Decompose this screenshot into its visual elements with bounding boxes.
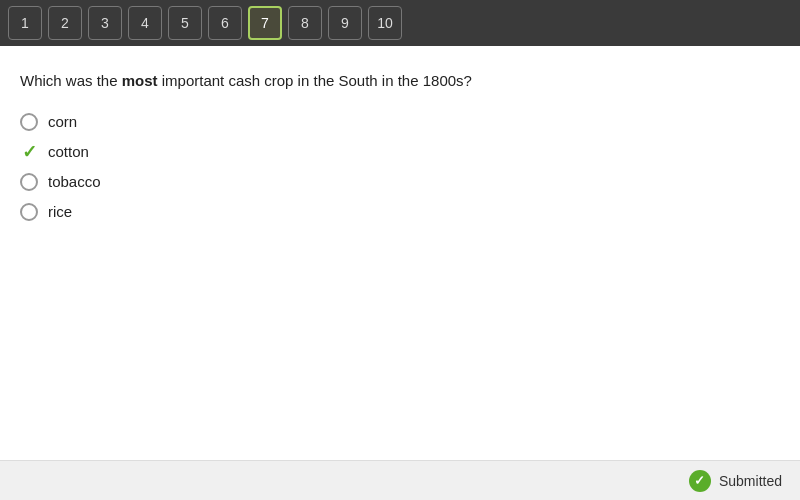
nav-button-8[interactable]: 8 [288,6,322,40]
nav-button-7[interactable]: 7 [248,6,282,40]
nav-button-10[interactable]: 10 [368,6,402,40]
question-bold-text: most [122,72,158,89]
option-label-corn: corn [48,113,77,130]
radio-circle-rice[interactable] [20,203,38,221]
nav-button-1[interactable]: 1 [8,6,42,40]
option-row-rice[interactable]: rice [20,203,780,221]
option-row-cotton[interactable]: ✓cotton [20,143,780,161]
question-nav-bar: 12345678910 [0,0,800,46]
option-label-cotton: cotton [48,143,89,160]
nav-button-3[interactable]: 3 [88,6,122,40]
option-label-rice: rice [48,203,72,220]
question-text-before-bold: Which was the [20,72,122,89]
question-text-after-bold: important cash crop in the South in the … [158,72,472,89]
submitted-check-icon: ✓ [689,470,711,492]
option-label-tobacco: tobacco [48,173,101,190]
nav-button-9[interactable]: 9 [328,6,362,40]
options-container: corn✓cottontobaccorice [20,113,780,221]
nav-button-6[interactable]: 6 [208,6,242,40]
check-icon: ✓ [20,143,38,161]
footer-bar: ✓ Submitted [0,460,800,500]
radio-circle-corn[interactable] [20,113,38,131]
submitted-label: Submitted [719,473,782,489]
option-row-tobacco[interactable]: tobacco [20,173,780,191]
nav-button-2[interactable]: 2 [48,6,82,40]
nav-button-5[interactable]: 5 [168,6,202,40]
option-row-corn[interactable]: corn [20,113,780,131]
radio-circle-tobacco[interactable] [20,173,38,191]
question-text: Which was the most important cash crop i… [20,70,780,93]
main-content: Which was the most important cash crop i… [0,46,800,456]
nav-button-4[interactable]: 4 [128,6,162,40]
